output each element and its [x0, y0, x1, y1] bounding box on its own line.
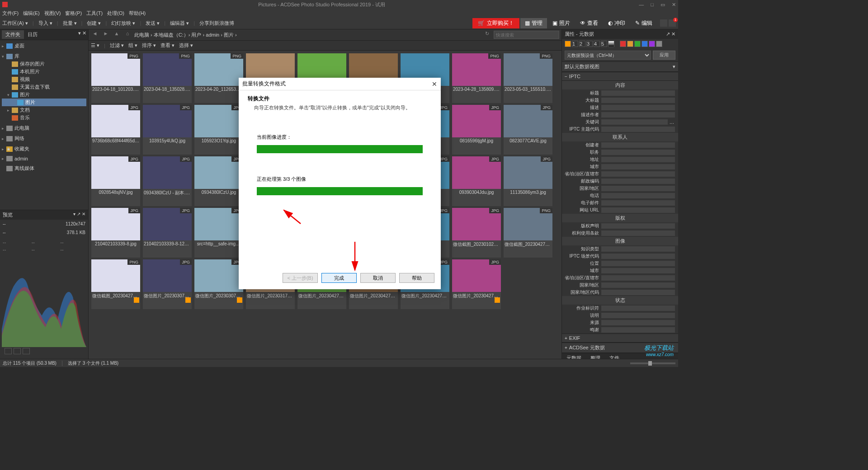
histo-mode-3[interactable]: [23, 348, 30, 354]
thumbnail[interactable]: JPG0934380lCzU - 副本.jpg: [143, 156, 192, 206]
tree-desktop[interactable]: ▸桌面: [2, 42, 86, 50]
rating-4[interactable]: 4: [594, 41, 600, 47]
select-dd[interactable]: 选择 ▾: [179, 42, 193, 49]
field-state[interactable]: [601, 171, 675, 177]
histo-mode-2[interactable]: [14, 348, 21, 354]
field-jobtitle[interactable]: [601, 149, 675, 155]
field-bigtitle[interactable]: [601, 97, 675, 103]
tree-music[interactable]: 音乐: [2, 114, 86, 122]
rating-2[interactable]: 2: [579, 41, 585, 47]
thumbnail[interactable]: JPG103915y4UkQ.jpg: [143, 105, 192, 155]
field-genre[interactable]: [601, 246, 675, 252]
tree-lib[interactable]: ▾库: [2, 52, 86, 60]
keywords-more-icon[interactable]: …: [668, 119, 675, 125]
mode-edit[interactable]: ✎编辑: [631, 18, 657, 28]
field-country[interactable]: [601, 185, 675, 192]
menu-help[interactable]: 帮助(H): [129, 10, 146, 17]
tb-slideshow[interactable]: 幻灯放映 ▾: [111, 20, 135, 27]
field-creator[interactable]: [601, 142, 675, 148]
clr-gray[interactable]: [656, 41, 662, 47]
field-phone[interactable]: [601, 193, 675, 199]
metadata-preset-select[interactable]: 元数据预设值（Ctrl+M）: [565, 51, 651, 60]
thumbnail[interactable]: JPG微信图片_20230307153...: [143, 259, 192, 309]
field-loc[interactable]: [601, 260, 675, 267]
tree-docs[interactable]: ▸文档: [2, 106, 86, 114]
group-dd[interactable]: 组 ▾: [128, 42, 137, 49]
field-rights[interactable]: [601, 230, 675, 236]
thumbnail[interactable]: PNG2023-04-28_135809.png: [452, 53, 501, 103]
menu-panes[interactable]: 窗格(P): [65, 10, 82, 17]
nav-fwd-icon[interactable]: ►: [102, 31, 110, 39]
tb-import[interactable]: 导入 ▾: [38, 20, 52, 27]
field-source[interactable]: [601, 320, 675, 326]
label-bw[interactable]: [608, 41, 614, 47]
thumbnail[interactable]: JPG09390304Jdu.jpg: [452, 156, 501, 206]
tab-folders[interactable]: 文件夹: [2, 30, 24, 39]
nav-home-icon[interactable]: ⌂: [123, 31, 132, 39]
thumbnail[interactable]: JPG11135086ym3.jpg: [504, 156, 552, 206]
field-addr[interactable]: [601, 156, 675, 163]
default-view-header[interactable]: 默认元数据视图▾: [562, 61, 678, 72]
field-countrycode[interactable]: [601, 289, 675, 296]
nav-back-icon[interactable]: ◄: [91, 31, 99, 39]
tree-pics-sub[interactable]: 图片: [2, 99, 86, 106]
preview-menu-icon[interactable]: ▾: [73, 212, 75, 218]
thumbnail[interactable]: PNG2023-04-18_101203.png: [91, 53, 140, 103]
tb-create[interactable]: 创建 ▾: [87, 20, 101, 27]
tab-organize[interactable]: 整理: [586, 353, 605, 359]
dialog-close-icon[interactable]: ✕: [432, 80, 437, 88]
thumbnail[interactable]: PNG2023-04-20_112653.png: [194, 53, 243, 103]
tree-user[interactable]: ▸admin: [2, 155, 86, 162]
breadcrumb[interactable]: 此电脑 › 本地磁盘（C:）› 用户 › admin › 图片 ›: [134, 32, 480, 38]
tab-calendar[interactable]: 日历: [24, 30, 41, 39]
tab-file[interactable]: 文件: [605, 353, 624, 359]
thumbnail[interactable]: JPG0934380lCzU.jpg: [194, 156, 243, 206]
tb-editor[interactable]: 编辑器 ▾: [170, 20, 189, 27]
tb-weibo[interactable]: 分享到新浪微博: [199, 20, 234, 27]
menu-tools[interactable]: 工具(T): [86, 10, 103, 17]
menu-file[interactable]: 文件(F): [2, 10, 19, 17]
menu-view[interactable]: 视图(V): [44, 10, 61, 17]
field-title[interactable]: [601, 90, 675, 96]
exif-header[interactable]: +EXIF: [562, 334, 678, 343]
sort-dd[interactable]: 排序 ▾: [142, 42, 156, 49]
panel-menu-icon[interactable]: ▾: [78, 30, 81, 39]
tree-offline[interactable]: 离线媒体: [2, 164, 86, 172]
prop-pop-icon[interactable]: ↗: [666, 31, 670, 37]
clr-blue[interactable]: [642, 41, 648, 47]
field-url[interactable]: [601, 207, 675, 213]
mode-manage[interactable]: ▦管理: [520, 18, 547, 28]
thumbnail[interactable]: JPG210402103339-8-1200...: [143, 208, 192, 258]
thumbnail[interactable]: JPG0816596tjgM.jpg: [452, 105, 501, 155]
quick-search-input[interactable]: [494, 31, 559, 39]
tab-metadata[interactable]: 元数据: [562, 353, 586, 359]
field-descauthor[interactable]: [601, 112, 675, 118]
clr-purple[interactable]: [649, 41, 655, 47]
thumbnail[interactable]: JPG210402103339-8.jpg: [91, 208, 140, 258]
thumbnail[interactable]: JPG105923O1Yqi.jpg: [194, 105, 243, 155]
apply-button[interactable]: 应用: [653, 51, 675, 60]
zoom-slider[interactable]: [630, 362, 675, 364]
nav-refresh-icon[interactable]: ↻: [483, 31, 491, 39]
menu-edit[interactable]: 编辑(E): [23, 10, 40, 17]
tree-network[interactable]: ▸网络: [2, 135, 86, 142]
menu-process[interactable]: 处理(O): [107, 10, 124, 17]
cancel-button[interactable]: 取消: [360, 273, 396, 283]
histo-mode-1[interactable]: [5, 348, 12, 354]
tb-batch[interactable]: 批量 ▾: [63, 20, 77, 27]
finish-button[interactable]: 完成: [321, 273, 357, 283]
thumbnail[interactable]: JPG0823077CAVE.jpg: [504, 105, 552, 155]
iptc-header[interactable]: −IPTC: [562, 72, 678, 81]
view-dd[interactable]: 查看 ▾: [160, 42, 175, 49]
minimize-icon[interactable]: —: [639, 2, 644, 7]
field-country2[interactable]: [601, 282, 675, 288]
thumbnail[interactable]: JPG0928548sjNV.jpg: [91, 156, 140, 206]
tree-pics[interactable]: ▾图片: [2, 91, 86, 99]
field-postcode[interactable]: [601, 178, 675, 184]
field-copynotice[interactable]: [601, 223, 675, 229]
field-state2[interactable]: [601, 275, 675, 281]
preview-pop-icon[interactable]: ↗: [77, 212, 80, 218]
tree-favorites[interactable]: ▸★收藏夹: [2, 145, 86, 153]
thumbnail[interactable]: PNG2023-04-18_135028.png: [143, 53, 192, 103]
acd-meta-header[interactable]: +ACDSee 元数据: [562, 343, 678, 353]
